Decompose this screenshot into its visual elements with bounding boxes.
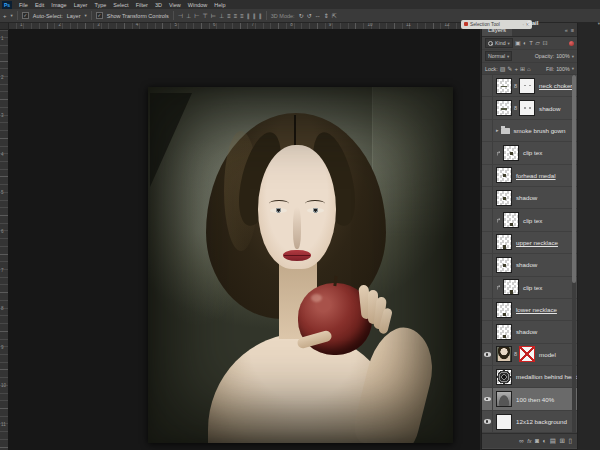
type-layer-filter-icon[interactable]: T [529,39,533,47]
search-text[interactable]: Selection Tool [470,22,520,27]
layer-thumbnail[interactable] [496,100,512,116]
menu-type[interactable]: Type [94,2,106,8]
align-right-edges-icon[interactable]: ⊢ [194,12,199,20]
visibility-toggle[interactable] [482,75,493,96]
layer-name[interactable]: model [539,351,556,358]
menu-window[interactable]: Window [188,2,208,8]
chevron-down-icon[interactable]: ▾ [572,54,574,59]
new-adjustment-layer-icon[interactable]: ◐ [542,436,546,446]
workspace-switcher[interactable]: Gail [527,20,538,26]
visibility-toggle[interactable] [482,299,493,320]
layer-thumbnail[interactable] [496,346,512,362]
layer-thumbnail[interactable] [503,279,519,295]
3d-slide-icon[interactable]: ⇕ [324,12,329,20]
layer-thumbnail[interactable] [496,167,512,183]
distribute-horizontal-centers-icon[interactable]: ∥ [253,12,256,20]
layer-name[interactable]: medallion behind head [516,373,577,380]
3d-rotate-icon[interactable]: ↻ [299,12,304,20]
align-left-edges-icon[interactable]: ⊣ [178,12,183,20]
new-layer-icon[interactable]: ⊞ [559,436,564,446]
layer-row-upper-necklace[interactable]: upper necklace [482,232,577,254]
layer-row-forhead-medal[interactable]: forhead medal [482,165,577,187]
layer-row-neck-choker[interactable]: 8neck choker [482,75,577,97]
3d-scale-icon[interactable]: ⇱ [332,12,337,20]
lock-position-icon[interactable]: + [514,65,518,73]
layer-name[interactable]: neck choker [539,82,572,89]
layer-mask-thumbnail[interactable] [519,100,535,116]
delete-layer-icon[interactable]: ▯ [568,436,572,446]
layer-row-smoke-brush-gown[interactable]: ▸smoke brush gown [482,120,577,142]
layer-thumbnail[interactable] [496,257,512,273]
lock-artboard-icon[interactable]: ⊞ [520,65,525,73]
menu-edit[interactable]: Edit [35,2,44,8]
layer-name[interactable]: shadow [516,194,537,201]
layer-thumbnail[interactable] [496,369,512,385]
layer-name[interactable]: upper necklace [516,239,558,246]
layer-style-icon[interactable]: fx [527,436,531,446]
menu-help[interactable]: Help [214,2,225,8]
filter-toggle-icon[interactable] [569,41,574,46]
distribute-top-edges-icon[interactable]: ≡ [227,12,231,20]
visibility-toggle[interactable] [482,321,493,342]
align-top-edges-icon[interactable]: ⊤ [203,12,208,20]
layer-row-model[interactable]: 8model [482,344,577,366]
link-layers-icon[interactable]: ∞ [519,436,524,446]
visibility-toggle[interactable] [482,388,493,409]
scrollbar-thumb[interactable] [572,75,576,283]
distribute-vertical-centers-icon[interactable]: ≡ [234,12,238,20]
visibility-toggle[interactable] [482,142,493,163]
layer-name[interactable]: clip tex [523,217,542,224]
layer-row-clip-tex[interactable]: ↳clip tex [482,209,577,231]
menu-filter[interactable]: Filter [136,2,148,8]
layer-row-clip-tex[interactable]: ↳clip tex [482,277,577,299]
layer-row-shadow[interactable]: shadow [482,321,577,343]
visibility-toggle[interactable] [482,120,493,141]
layer-name[interactable]: clip tex [523,149,542,156]
menu-image[interactable]: Image [51,2,66,8]
layer-mask-thumbnail[interactable] [519,78,535,94]
group-caret-icon[interactable]: ▸ [496,127,499,133]
chevron-down-icon[interactable]: ▾ [572,66,574,71]
layer-row-shadow[interactable]: shadow [482,187,577,209]
blend-mode-dropdown[interactable]: Normal ▾ [485,51,512,61]
visibility-toggle[interactable] [482,254,493,275]
panel-menu-icon[interactable]: ≡ [571,27,574,33]
layer-row-medallion-behind-head[interactable]: medallion behind head [482,366,577,388]
layer-row-shadow[interactable]: 8shadow [482,97,577,119]
filter-kind-dropdown[interactable]: Kind ▾ [485,38,513,48]
distribute-bottom-edges-icon[interactable]: ≡ [240,12,244,20]
lock-transparent-pixels-icon[interactable]: ▨ [500,65,506,73]
layer-thumbnail[interactable] [496,302,512,318]
search-option-icon[interactable]: ◦ [522,22,524,27]
layer-row-12x12-background[interactable]: 12x12 background [482,411,577,433]
fill-value[interactable]: 100% [556,66,570,72]
collapse-panel-icon[interactable]: « [565,27,568,33]
layer-name[interactable]: shadow [539,105,560,112]
opacity-value[interactable]: 100% [556,53,570,59]
new-group-icon[interactable]: ▤ [550,436,556,446]
lock-image-pixels-icon[interactable]: ✎ [507,65,512,73]
auto-select-chevron-icon[interactable]: ▾ [85,13,87,18]
align-horizontal-centers-icon[interactable]: ⊥ [186,12,191,20]
layer-name[interactable]: 12x12 background [516,418,567,425]
layer-row-lower-necklace[interactable]: lower necklace [482,299,577,321]
layer-mask-thumbnail[interactable] [519,346,535,362]
layer-thumbnail[interactable] [496,414,512,430]
3d-drag-icon[interactable]: ⇔ [315,12,321,20]
pixel-layer-filter-icon[interactable]: ▣ [515,39,521,47]
auto-select-checkbox[interactable]: ✓ [22,12,29,19]
distribute-left-edges-icon[interactable]: ∥ [247,12,250,20]
layer-name[interactable]: 100 then 40% [516,396,554,403]
canvas-work-area[interactable] [8,29,480,450]
layer-thumbnail[interactable] [496,391,512,407]
layer-thumbnail[interactable] [496,190,512,206]
visibility-toggle[interactable] [482,187,493,208]
distribute-right-edges-icon[interactable]: ∥ [259,12,262,20]
visibility-toggle[interactable] [482,165,493,186]
layer-thumbnail[interactable] [496,324,512,340]
auto-select-value[interactable]: Layer [67,13,81,19]
document-canvas[interactable] [148,87,453,443]
layer-thumbnail[interactable] [496,78,512,94]
menu-view[interactable]: View [169,2,181,8]
menu-3d[interactable]: 3D [155,2,162,8]
